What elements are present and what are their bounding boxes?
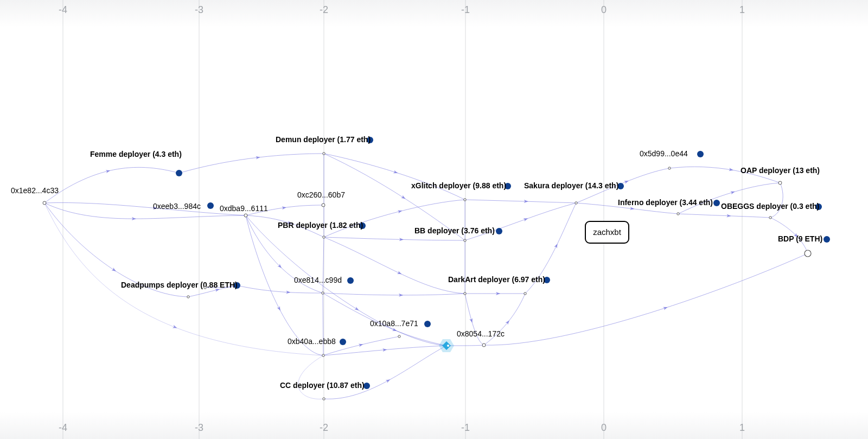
node-n_eeb3[interactable] — [207, 202, 214, 209]
node-label-n_8054: 0x8054...172c — [457, 329, 505, 338]
node-n_5d99[interactable] — [697, 151, 704, 157]
node-n_10a8[interactable] — [424, 321, 431, 327]
node-n_1e82[interactable] — [43, 201, 46, 205]
gridlines — [63, 0, 742, 439]
edge — [44, 202, 246, 215]
node-j_k — [524, 292, 526, 295]
edge — [324, 237, 465, 294]
node-j_f — [204, 287, 206, 289]
edge-arrow — [112, 268, 117, 272]
node-n_bdp_open[interactable] — [805, 250, 811, 257]
node-label-n_demun: Demun deployer (1.77 eth) — [276, 135, 371, 144]
node-label-n_10a8: 0x10a8...7e71 — [370, 319, 418, 328]
axis-tick-top: -1 — [461, 4, 470, 15]
credit-box: zachxbt — [585, 221, 629, 243]
node-j_d — [322, 354, 324, 357]
node-n_dba9[interactable] — [244, 214, 247, 217]
node-label-n_obeggs: OBEGGS deployer (0.3 eth) — [721, 202, 819, 211]
node-j_c — [322, 292, 324, 294]
edge-arrow — [401, 195, 406, 200]
node-label-n_inferno: Inferno deployer (3.44 eth) — [618, 198, 713, 207]
node-n_b40a[interactable] — [340, 339, 346, 345]
node-j_p — [323, 398, 325, 400]
edge-arrow — [277, 306, 282, 311]
node-label-n_xglitch: xGlitch deployer (9.88 eth) — [411, 181, 506, 190]
node-n_inferno[interactable] — [713, 200, 720, 206]
node-j_a — [323, 152, 325, 155]
nodes: 0x1e82...4c33Femme deployer (4.3 eth)0xe… — [11, 135, 830, 400]
node-label-n_dba9: 0xdba9...6111 — [220, 204, 268, 213]
node-label-n_b40a: 0xb40a...ebb8 — [288, 337, 336, 346]
node-n_e814[interactable] — [347, 277, 354, 284]
kucoin-icon[interactable] — [439, 339, 454, 352]
node-label-n_5d99: 0x5d99...0e44 — [640, 149, 688, 158]
edge-arrow — [392, 328, 398, 333]
edge-arrow — [393, 170, 398, 175]
edge-arrow — [359, 342, 363, 347]
node-j_i — [464, 239, 466, 241]
edge-arrow — [397, 271, 403, 276]
node-j_b — [323, 236, 325, 238]
node-n_cc[interactable] — [363, 383, 370, 389]
node-label-n_eeb3: 0xeeb3...984c — [153, 202, 201, 211]
edge-arrow — [386, 378, 391, 383]
edge-arrow — [398, 209, 403, 213]
axis-tick-bottom: -2 — [320, 422, 328, 433]
node-label-n_deadp: Deadpumps deployer (0.88 ETH) — [121, 281, 238, 289]
node-j_o — [769, 217, 771, 219]
edge-arrow — [663, 306, 668, 310]
edge — [44, 203, 246, 219]
node-n_c260[interactable] — [322, 203, 325, 207]
edge — [484, 253, 808, 345]
axis-tick-top: -3 — [195, 4, 203, 15]
axis-tick-top: -2 — [320, 4, 328, 15]
node-label-n_c260: 0xc260...60b7 — [297, 190, 345, 199]
node-j_n — [677, 213, 679, 215]
edge — [44, 167, 179, 203]
axis-tick-bottom: -3 — [195, 422, 203, 433]
edge — [179, 154, 324, 173]
node-label-n_e814: 0xe814...c99d — [294, 276, 342, 284]
edge — [465, 200, 576, 203]
credit-label: zachxbt — [593, 227, 622, 237]
node-n_bdp[interactable] — [824, 236, 830, 243]
axis-tick-top: 0 — [601, 4, 607, 15]
node-label-n_darkart: DarkArt deployer (6.97 eth) — [448, 275, 545, 284]
edge — [246, 215, 323, 355]
edge — [323, 293, 465, 295]
node-label-n_bdp: BDP (9 ETH) — [778, 234, 822, 243]
edges — [44, 154, 808, 399]
edge — [237, 285, 323, 293]
node-n_femme[interactable] — [176, 170, 182, 176]
node-j_g — [398, 335, 400, 338]
edge — [770, 183, 783, 218]
node-n_oap[interactable] — [778, 181, 782, 184]
edge-arrow — [554, 243, 559, 249]
node-n_bb[interactable] — [496, 228, 502, 234]
node-label-n_cc: CC deployer (10.87 eth) — [280, 381, 365, 390]
svg-point-6 — [447, 345, 449, 347]
top-border — [0, 0, 868, 27]
node-j_e — [187, 296, 189, 298]
node-label-n_oap: OAP deployer (13 eth) — [741, 166, 820, 175]
edge — [324, 154, 465, 200]
axis-tick-top: -4 — [59, 4, 67, 15]
edge-arrow — [524, 217, 529, 221]
edge-arrow — [469, 318, 474, 323]
node-label-n_1e82: 0x1e82...4c33 — [11, 186, 59, 195]
node-j_m — [668, 167, 671, 169]
axis-tick-bottom: 0 — [601, 422, 607, 433]
axis-tick-bottom: -1 — [461, 422, 470, 433]
axis-tick-bottom: -4 — [59, 422, 67, 433]
edge-arrow — [730, 190, 735, 194]
node-label-n_sakura: Sakura deployer (14.3 eth) — [524, 181, 618, 190]
transaction-graph[interactable]: -4-3-2-101 -4-3-2-101 0x1e82...4c33Femme… — [0, 0, 868, 439]
node-label-n_femme: Femme deployer (4.3 eth) — [90, 150, 182, 158]
edge-arrow — [173, 325, 178, 330]
node-j_l — [575, 202, 577, 204]
node-n_8054[interactable] — [482, 343, 486, 347]
edge — [323, 293, 323, 355]
edge — [298, 355, 324, 399]
edge — [678, 214, 770, 218]
edge-arrow — [624, 179, 629, 184]
